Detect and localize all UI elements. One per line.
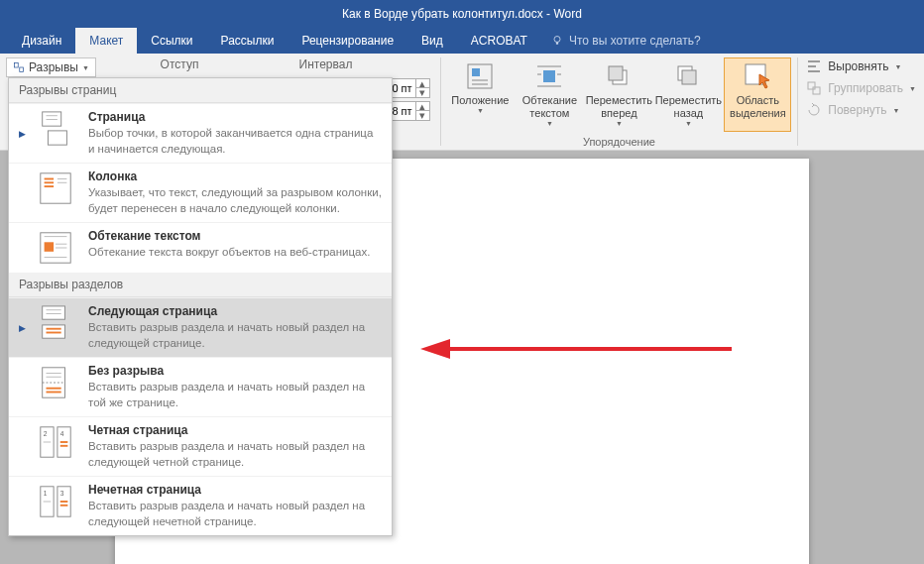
- wrap-text-button[interactable]: Обтекание текстом▼: [516, 57, 583, 132]
- ribbon-tabs: Дизайн Макет Ссылки Рассылки Рецензирова…: [0, 28, 924, 54]
- align-button[interactable]: Выровнять ▼: [804, 57, 918, 75]
- tab-design[interactable]: Дизайн: [8, 28, 75, 54]
- wrap-icon: [533, 60, 565, 92]
- svg-text:3: 3: [60, 490, 64, 497]
- bulb-icon: [551, 35, 563, 47]
- backward-icon: [672, 60, 704, 92]
- rotate-icon: [806, 102, 822, 118]
- rotate-button[interactable]: Повернуть ▼: [804, 101, 918, 119]
- tab-mailings[interactable]: Рассылки: [207, 28, 289, 54]
- break-column[interactable]: КолонкаУказывает, что текст, следующий з…: [9, 163, 392, 222]
- svg-rect-39: [43, 306, 65, 319]
- svg-point-0: [554, 37, 560, 43]
- svg-text:1: 1: [44, 490, 48, 497]
- position-icon: [464, 60, 496, 92]
- svg-text:2: 2: [44, 430, 48, 437]
- svg-rect-22: [813, 87, 820, 94]
- spinner-down[interactable]: ▾: [416, 88, 429, 97]
- window-title: Как в Ворде убрать колонтитул.docx - Wor…: [342, 7, 582, 21]
- svg-rect-2: [15, 63, 19, 68]
- break-text-wrap[interactable]: Обтекание текстомОбтекание текста вокруг…: [9, 222, 392, 273]
- arrange-group-label: Упорядочение: [583, 136, 655, 148]
- selection-pane-icon: [742, 60, 773, 92]
- arrange-group: Положение▼ Обтекание текстом▼ Переместит…: [440, 54, 797, 150]
- svg-marker-66: [420, 339, 450, 359]
- group-button[interactable]: Группировать ▼: [804, 79, 918, 97]
- break-even-page[interactable]: 24 Четная страницаВставить разрыв раздел…: [9, 416, 392, 476]
- align-icon: [806, 58, 822, 74]
- current-marker-icon: ▶: [19, 323, 25, 333]
- tell-me[interactable]: Что вы хотите сделать?: [541, 28, 711, 54]
- svg-rect-27: [41, 173, 70, 203]
- interval-label: Интервал: [299, 57, 353, 71]
- selection-pane-button[interactable]: Область выделения: [724, 57, 791, 132]
- tab-view[interactable]: Вид: [407, 28, 457, 54]
- even-page-icon: 24: [37, 423, 74, 461]
- svg-rect-1: [556, 43, 558, 45]
- svg-rect-42: [43, 325, 65, 338]
- next-page-icon: [37, 304, 74, 342]
- arrow-icon: [418, 336, 736, 362]
- page-break-icon: [37, 110, 74, 148]
- group-icon: [806, 80, 822, 96]
- svg-rect-8: [543, 70, 555, 82]
- break-page[interactable]: ▶ СтраницаВыбор точки, в которой заканчи…: [9, 103, 392, 163]
- indent-label: Отступ: [161, 57, 299, 71]
- continuous-icon: [37, 364, 74, 401]
- tab-layout[interactable]: Макет: [75, 28, 137, 54]
- current-marker-icon: ▶: [19, 129, 25, 139]
- breaks-button[interactable]: Разрывы ▼: [6, 57, 96, 77]
- break-next-page[interactable]: ▶ Следующая страницаВставить разрыв разд…: [9, 297, 392, 357]
- tab-review[interactable]: Рецензирование: [288, 28, 407, 54]
- svg-rect-16: [682, 70, 696, 84]
- forward-icon: [603, 60, 635, 92]
- svg-rect-24: [48, 131, 66, 145]
- tab-links[interactable]: Ссылки: [137, 28, 206, 54]
- break-odd-page[interactable]: 13 Нечетная страницаВставить разрыв разд…: [9, 476, 392, 535]
- position-button[interactable]: Положение▼: [446, 57, 514, 132]
- send-backward-button[interactable]: Переместить назад▼: [654, 57, 722, 132]
- break-continuous[interactable]: Без разрываВставить разрыв раздела и нач…: [9, 357, 392, 416]
- chevron-down-icon: ▼: [82, 64, 89, 71]
- title-bar: Как в Ворде убрать колонтитул.docx - Wor…: [0, 0, 924, 28]
- svg-text:4: 4: [60, 430, 64, 437]
- spinner-down[interactable]: ▾: [416, 111, 429, 120]
- svg-rect-21: [808, 82, 815, 89]
- svg-rect-34: [45, 242, 55, 252]
- textwrap-break-icon: [37, 229, 74, 267]
- breaks-icon: [13, 61, 25, 73]
- annotation-arrow: [418, 336, 736, 366]
- odd-page-icon: 13: [37, 483, 74, 520]
- svg-rect-14: [609, 66, 623, 80]
- dropdown-section-pages: Разрывы страниц: [9, 78, 392, 103]
- svg-rect-5: [472, 68, 480, 76]
- column-break-icon: [37, 169, 74, 207]
- bring-forward-button[interactable]: Переместить вперед▼: [585, 57, 652, 132]
- breaks-dropdown: Разрывы страниц ▶ СтраницаВыбор точки, в…: [8, 77, 393, 536]
- svg-rect-3: [20, 67, 24, 72]
- dropdown-section-sections: Разрывы разделов: [9, 273, 392, 297]
- tab-acrobat[interactable]: ACROBAT: [457, 28, 541, 54]
